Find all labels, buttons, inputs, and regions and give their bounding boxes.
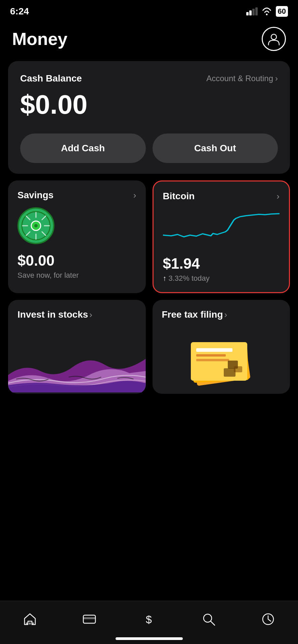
- stocks-chevron-icon: ›: [89, 310, 92, 320]
- svg-rect-36: [29, 623, 31, 625]
- tax-title-row: Free tax filing ›: [153, 300, 290, 325]
- tax-card[interactable]: Free tax filing ›: [153, 300, 290, 394]
- svg-point-4: [266, 14, 267, 15]
- bitcoin-chevron-icon: ›: [276, 191, 280, 202]
- stocks-image: [8, 325, 146, 392]
- header: Money: [0, 20, 298, 61]
- nav-search[interactable]: [193, 608, 224, 631]
- signal-icon: [246, 7, 258, 15]
- status-icons: 60: [246, 6, 288, 17]
- history-icon: [259, 610, 277, 628]
- svg-rect-31: [196, 359, 229, 361]
- cards-grid: Savings ›: [8, 180, 290, 293]
- tax-chevron-icon: ›: [224, 310, 227, 320]
- up-arrow-icon: ↑: [163, 274, 167, 283]
- svg-rect-29: [196, 348, 232, 352]
- bitcoin-change-value: 3.32% today: [169, 274, 210, 283]
- cash-balance-top: Cash Balance Account & Routing ›: [20, 73, 278, 84]
- savings-chevron-icon: ›: [133, 190, 136, 201]
- bitcoin-card[interactable]: Bitcoin › $1.94 ↑ 3.32% today: [153, 180, 290, 293]
- savings-wheel-icon: [17, 207, 54, 244]
- nav-card[interactable]: [74, 608, 105, 631]
- svg-text:$: $: [146, 613, 152, 626]
- cash-balance-label: Cash Balance: [20, 73, 82, 84]
- savings-card[interactable]: Savings ›: [8, 180, 146, 293]
- stocks-title: Invest in stocks: [17, 309, 88, 320]
- chevron-right-icon: ›: [275, 74, 278, 83]
- home-icon: [21, 610, 39, 628]
- svg-rect-2: [252, 9, 255, 15]
- svg-point-16: [34, 224, 38, 227]
- cash-buttons: Add Cash Cash Out: [20, 133, 278, 163]
- tax-title: Free tax filing: [162, 309, 223, 320]
- stocks-card[interactable]: Invest in stocks ›: [8, 300, 146, 394]
- svg-rect-34: [234, 366, 242, 372]
- tax-illustration-svg: [184, 329, 258, 389]
- svg-rect-37: [32, 623, 34, 625]
- cash-balance-card: Cash Balance Account & Routing › $0.00 A…: [8, 61, 290, 174]
- cash-out-button[interactable]: Cash Out: [153, 133, 278, 163]
- tax-image: [153, 325, 290, 392]
- home-indicator: [0, 634, 298, 640]
- svg-point-5: [271, 34, 276, 40]
- savings-amount: $0.00: [17, 252, 136, 269]
- svg-rect-39: [83, 617, 95, 619]
- svg-rect-1: [249, 10, 252, 15]
- home-bar: [116, 637, 183, 640]
- page-title: Money: [12, 29, 68, 49]
- stocks-wave-svg: [8, 325, 146, 392]
- bottom-cards-grid: Invest in stocks ›: [8, 300, 290, 394]
- svg-rect-28: [191, 342, 247, 381]
- svg-rect-35: [26, 623, 28, 625]
- nav-dollar[interactable]: $: [133, 608, 164, 631]
- svg-rect-0: [246, 12, 249, 15]
- status-bar: 6:24 60: [0, 0, 298, 20]
- svg-line-42: [211, 621, 215, 625]
- savings-title: Savings: [17, 190, 53, 201]
- svg-rect-30: [196, 354, 226, 357]
- dollar-icon: $: [140, 610, 158, 628]
- svg-rect-3: [255, 7, 258, 15]
- balance-amount: $0.00: [20, 89, 278, 120]
- nav-history[interactable]: [253, 608, 284, 631]
- main-content: Cash Balance Account & Routing › $0.00 A…: [0, 61, 298, 394]
- battery-icon: 60: [276, 6, 288, 17]
- bitcoin-amount: $1.94: [163, 255, 280, 272]
- account-routing-button[interactable]: Account & Routing ›: [206, 74, 278, 83]
- bitcoin-chart: [163, 208, 280, 249]
- nav-spacer: [0, 394, 298, 447]
- search-icon: [200, 610, 217, 628]
- wifi-icon: [261, 7, 272, 16]
- savings-subtitle: Save now, for later: [17, 271, 136, 280]
- bitcoin-title: Bitcoin: [163, 191, 195, 202]
- nav-home[interactable]: [14, 608, 45, 631]
- savings-icon-svg: [21, 211, 51, 241]
- bitcoin-change: ↑ 3.32% today: [163, 274, 280, 283]
- add-cash-button[interactable]: Add Cash: [20, 133, 146, 163]
- account-routing-label: Account & Routing: [206, 74, 273, 83]
- stocks-title-row: Invest in stocks ›: [8, 300, 146, 325]
- savings-title-row: Savings ›: [17, 190, 136, 201]
- avatar-button[interactable]: [262, 27, 286, 51]
- status-time: 6:24: [10, 6, 29, 17]
- card-icon: [81, 610, 98, 628]
- svg-rect-33: [224, 368, 236, 377]
- bitcoin-title-row: Bitcoin ›: [163, 191, 280, 202]
- user-icon: [266, 32, 281, 46]
